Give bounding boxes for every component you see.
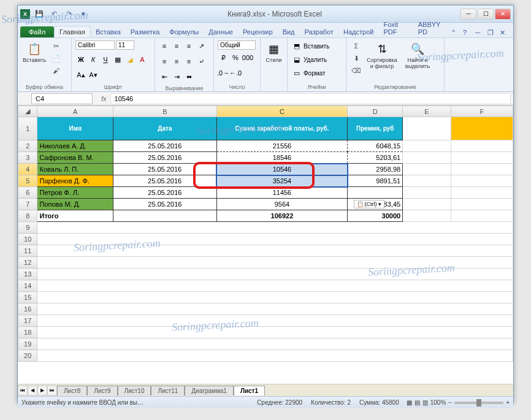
clear-icon[interactable]: ⌫	[350, 65, 362, 76]
zoom-out-button[interactable]: −	[448, 399, 452, 406]
name-box[interactable]	[31, 93, 93, 104]
row-header-7[interactable]: 7	[18, 199, 37, 210]
tab-insert[interactable]: Вставка	[91, 26, 126, 37]
number-format-select[interactable]	[218, 40, 256, 50]
doc-close-icon[interactable]: ✕	[500, 29, 508, 37]
row-header-8[interactable]: 8	[18, 210, 37, 222]
qat-save-icon[interactable]: 💾	[34, 9, 45, 20]
font-size-select[interactable]	[116, 40, 134, 50]
styles-button[interactable]: ▦ Стили	[264, 40, 283, 65]
align-center-icon[interactable]: ≡	[171, 56, 182, 67]
font-color-button[interactable]: A	[137, 54, 148, 65]
qat-undo-icon[interactable]: ↶	[48, 9, 59, 20]
align-left-icon[interactable]: ≡	[159, 56, 170, 67]
view-normal-icon[interactable]: ▦	[407, 399, 412, 406]
fill-icon[interactable]: ⬇	[350, 53, 362, 64]
align-top-icon[interactable]: ≡	[159, 40, 170, 52]
sheet-tab-4[interactable]: Диаграмма1	[185, 386, 234, 395]
maximize-button[interactable]: ☐	[478, 9, 494, 20]
col-header-c[interactable]: C	[216, 106, 348, 117]
comma-icon[interactable]: 000	[242, 52, 253, 63]
format-painter-icon[interactable]: 🖌	[50, 65, 62, 76]
tab-addins[interactable]: Надстрой	[338, 26, 378, 37]
tab-home[interactable]: Главная	[54, 26, 91, 37]
file-tab[interactable]: Файл	[20, 26, 54, 37]
sheet-tab-5[interactable]: Лист1	[234, 386, 265, 395]
col-header-e[interactable]: E	[403, 106, 451, 117]
indent-inc-icon[interactable]: ⇥	[171, 71, 182, 82]
select-all-corner[interactable]: ◢	[18, 106, 37, 117]
col-header-a[interactable]: A	[37, 106, 113, 117]
cells-delete-icon[interactable]: ⬓	[291, 54, 302, 65]
header-name[interactable]: Имя	[37, 117, 113, 140]
close-button[interactable]: ✕	[495, 9, 511, 20]
qat-dropdown-icon[interactable]: ▾	[78, 9, 89, 20]
tab-review[interactable]: Рецензир	[238, 26, 278, 37]
font-name-select[interactable]	[75, 40, 115, 50]
tab-foxit[interactable]: Foxit PDF	[378, 19, 413, 37]
zoom-slider[interactable]	[454, 402, 503, 404]
doc-minimize-icon[interactable]: ─	[475, 29, 484, 37]
header-date[interactable]: Дата	[113, 117, 217, 140]
indent-dec-icon[interactable]: ⇤	[159, 71, 170, 82]
percent-icon[interactable]: %	[230, 52, 241, 63]
copy-icon[interactable]: 📄	[50, 53, 62, 64]
orientation-icon[interactable]: ↗	[196, 40, 207, 52]
col-header-b[interactable]: B	[113, 106, 217, 117]
view-layout-icon[interactable]: ▤	[414, 399, 420, 406]
row-header-1[interactable]: 1	[18, 117, 37, 140]
fx-icon[interactable]: fx	[97, 95, 110, 102]
view-break-icon[interactable]: ▥	[422, 399, 428, 406]
align-right-icon[interactable]: ≡	[183, 56, 194, 67]
border-button[interactable]: ▦	[112, 54, 123, 65]
header-salary[interactable]: Сумма заработной платы, руб.	[216, 117, 348, 140]
minimize-button[interactable]: ─	[460, 9, 476, 20]
inc-decimal-icon[interactable]: .0→	[218, 67, 229, 78]
align-middle-icon[interactable]: ≡	[171, 40, 182, 52]
dec-decimal-icon[interactable]: ←.0	[230, 67, 241, 78]
tab-developer[interactable]: Разработ	[300, 26, 338, 37]
paste-button[interactable]: 📋 Вставить	[21, 40, 47, 65]
tab-abbyy[interactable]: ABBYY PD	[413, 19, 451, 37]
header-bonus[interactable]: Премия, руб	[348, 117, 403, 140]
bold-button[interactable]: Ж	[75, 54, 86, 65]
sheet-tab-1[interactable]: Лист9	[87, 386, 117, 395]
sort-filter-button[interactable]: ⇅ Сортировка и фильтр	[365, 40, 399, 71]
row-header-6[interactable]: 6	[18, 187, 37, 199]
formula-bar[interactable]: 10546	[110, 93, 511, 104]
cells-insert-icon[interactable]: ⬒	[291, 40, 302, 52]
merge-icon[interactable]: ⬌	[183, 71, 194, 82]
zoom-in-button[interactable]: +	[506, 399, 510, 406]
sheet-tab-3[interactable]: Лист11	[151, 386, 185, 395]
sheet-nav-last-icon[interactable]: ⏭	[47, 386, 57, 395]
paste-options-tag[interactable]: 📋 (Ctrl) ▾	[354, 200, 385, 208]
wrap-text-icon[interactable]: ⤶	[196, 56, 207, 67]
tab-layout[interactable]: Разметка	[126, 26, 165, 37]
tab-formulas[interactable]: Формулы	[164, 26, 204, 37]
currency-icon[interactable]: ₽	[218, 52, 229, 63]
qat-redo-icon[interactable]: ↷	[63, 9, 74, 20]
col-header-f[interactable]: F	[451, 106, 513, 117]
italic-button[interactable]: К	[88, 54, 99, 65]
cells-format-icon[interactable]: ▭	[291, 67, 302, 78]
selected-cell-c5[interactable]: 35254	[216, 175, 348, 187]
sheet-nav-next-icon[interactable]: ▶	[37, 386, 47, 395]
active-cell-c4[interactable]: 10546	[216, 164, 348, 175]
align-bottom-icon[interactable]: ≡	[183, 40, 194, 52]
spreadsheet-grid[interactable]: ◢ A B C D E F 1 Имя Дата Сумма заработно…	[18, 105, 513, 384]
tab-view[interactable]: Вид	[278, 26, 300, 37]
find-select-button[interactable]: 🔍 Найти и выделить	[402, 40, 434, 71]
tab-data[interactable]: Данные	[204, 26, 238, 37]
sheet-nav-first-icon[interactable]: ⏮	[18, 386, 28, 395]
row-header-4[interactable]: 4	[18, 164, 37, 175]
sheet-tab-0[interactable]: Лист8	[57, 386, 87, 395]
fill-color-button[interactable]: ◢	[124, 54, 136, 65]
underline-button[interactable]: Ч	[100, 54, 111, 65]
zoom-level[interactable]: 100%	[430, 399, 446, 406]
doc-restore-icon[interactable]: ❐	[487, 29, 496, 37]
grow-font-icon[interactable]: A▴	[75, 69, 86, 80]
sheet-nav-prev-icon[interactable]: ◀	[28, 386, 37, 395]
row-header-5[interactable]: 5	[18, 175, 37, 187]
help-icon[interactable]: ?	[463, 29, 472, 37]
shrink-font-icon[interactable]: A▾	[88, 69, 99, 80]
